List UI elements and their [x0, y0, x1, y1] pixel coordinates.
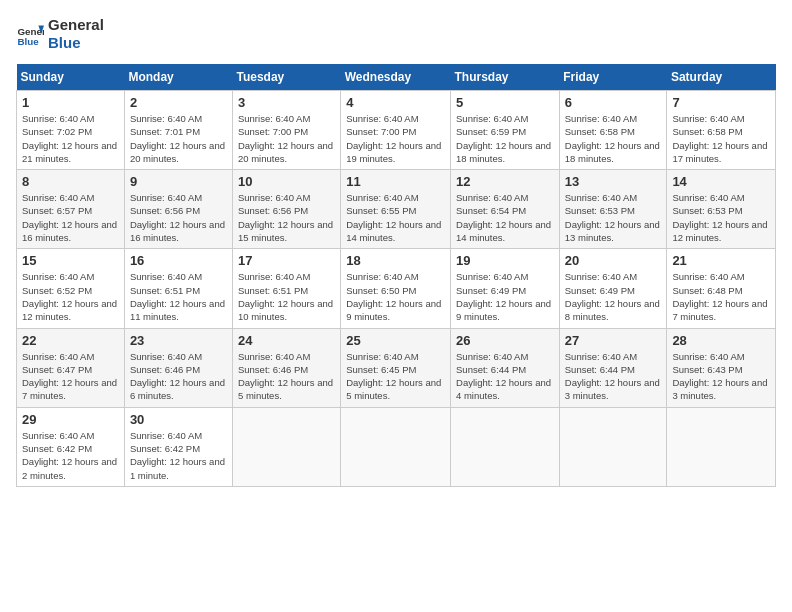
day-info: Sunrise: 6:40 AMSunset: 7:01 PMDaylight:…	[130, 112, 227, 165]
day-number: 12	[456, 174, 554, 189]
calendar-day-13: 13 Sunrise: 6:40 AMSunset: 6:53 PMDaylig…	[559, 170, 667, 249]
weekday-header-saturday: Saturday	[667, 64, 776, 91]
calendar-day-2: 2 Sunrise: 6:40 AMSunset: 7:01 PMDayligh…	[124, 91, 232, 170]
day-number: 15	[22, 253, 119, 268]
calendar-day-empty	[232, 407, 340, 486]
weekday-header-thursday: Thursday	[451, 64, 560, 91]
day-number: 10	[238, 174, 335, 189]
day-number: 16	[130, 253, 227, 268]
calendar-day-17: 17 Sunrise: 6:40 AMSunset: 6:51 PMDaylig…	[232, 249, 340, 328]
day-info: Sunrise: 6:40 AMSunset: 6:55 PMDaylight:…	[346, 191, 445, 244]
day-number: 18	[346, 253, 445, 268]
day-number: 14	[672, 174, 770, 189]
calendar-day-25: 25 Sunrise: 6:40 AMSunset: 6:45 PMDaylig…	[341, 328, 451, 407]
day-info: Sunrise: 6:40 AMSunset: 6:50 PMDaylight:…	[346, 270, 445, 323]
day-info: Sunrise: 6:40 AMSunset: 6:53 PMDaylight:…	[672, 191, 770, 244]
day-number: 22	[22, 333, 119, 348]
day-number: 20	[565, 253, 662, 268]
day-info: Sunrise: 6:40 AMSunset: 6:57 PMDaylight:…	[22, 191, 119, 244]
day-number: 26	[456, 333, 554, 348]
page-header: General Blue General Blue	[16, 16, 776, 52]
calendar-week-row: 29 Sunrise: 6:40 AMSunset: 6:42 PMDaylig…	[17, 407, 776, 486]
logo: General Blue General Blue	[16, 16, 104, 52]
day-info: Sunrise: 6:40 AMSunset: 6:59 PMDaylight:…	[456, 112, 554, 165]
calendar-day-15: 15 Sunrise: 6:40 AMSunset: 6:52 PMDaylig…	[17, 249, 125, 328]
weekday-header-wednesday: Wednesday	[341, 64, 451, 91]
day-info: Sunrise: 6:40 AMSunset: 7:00 PMDaylight:…	[346, 112, 445, 165]
day-info: Sunrise: 6:40 AMSunset: 6:58 PMDaylight:…	[565, 112, 662, 165]
day-number: 1	[22, 95, 119, 110]
calendar-week-row: 15 Sunrise: 6:40 AMSunset: 6:52 PMDaylig…	[17, 249, 776, 328]
day-info: Sunrise: 6:40 AMSunset: 6:49 PMDaylight:…	[456, 270, 554, 323]
calendar-day-9: 9 Sunrise: 6:40 AMSunset: 6:56 PMDayligh…	[124, 170, 232, 249]
day-number: 21	[672, 253, 770, 268]
day-info: Sunrise: 6:40 AMSunset: 6:46 PMDaylight:…	[238, 350, 335, 403]
calendar-day-16: 16 Sunrise: 6:40 AMSunset: 6:51 PMDaylig…	[124, 249, 232, 328]
day-info: Sunrise: 6:40 AMSunset: 6:58 PMDaylight:…	[672, 112, 770, 165]
logo-line2: Blue	[48, 34, 104, 52]
calendar-day-28: 28 Sunrise: 6:40 AMSunset: 6:43 PMDaylig…	[667, 328, 776, 407]
day-info: Sunrise: 6:40 AMSunset: 6:47 PMDaylight:…	[22, 350, 119, 403]
calendar-week-row: 22 Sunrise: 6:40 AMSunset: 6:47 PMDaylig…	[17, 328, 776, 407]
day-info: Sunrise: 6:40 AMSunset: 6:46 PMDaylight:…	[130, 350, 227, 403]
calendar-day-11: 11 Sunrise: 6:40 AMSunset: 6:55 PMDaylig…	[341, 170, 451, 249]
day-info: Sunrise: 6:40 AMSunset: 6:44 PMDaylight:…	[456, 350, 554, 403]
calendar-day-18: 18 Sunrise: 6:40 AMSunset: 6:50 PMDaylig…	[341, 249, 451, 328]
day-info: Sunrise: 6:40 AMSunset: 6:56 PMDaylight:…	[130, 191, 227, 244]
day-number: 11	[346, 174, 445, 189]
day-number: 6	[565, 95, 662, 110]
day-info: Sunrise: 6:40 AMSunset: 6:54 PMDaylight:…	[456, 191, 554, 244]
calendar-day-26: 26 Sunrise: 6:40 AMSunset: 6:44 PMDaylig…	[451, 328, 560, 407]
weekday-header-sunday: Sunday	[17, 64, 125, 91]
day-number: 4	[346, 95, 445, 110]
day-number: 8	[22, 174, 119, 189]
day-number: 24	[238, 333, 335, 348]
weekday-header-friday: Friday	[559, 64, 667, 91]
day-number: 3	[238, 95, 335, 110]
day-info: Sunrise: 6:40 AMSunset: 6:44 PMDaylight:…	[565, 350, 662, 403]
day-info: Sunrise: 6:40 AMSunset: 6:42 PMDaylight:…	[130, 429, 227, 482]
day-info: Sunrise: 6:40 AMSunset: 6:51 PMDaylight:…	[130, 270, 227, 323]
day-info: Sunrise: 6:40 AMSunset: 6:43 PMDaylight:…	[672, 350, 770, 403]
calendar-day-10: 10 Sunrise: 6:40 AMSunset: 6:56 PMDaylig…	[232, 170, 340, 249]
calendar-day-23: 23 Sunrise: 6:40 AMSunset: 6:46 PMDaylig…	[124, 328, 232, 407]
calendar-day-27: 27 Sunrise: 6:40 AMSunset: 6:44 PMDaylig…	[559, 328, 667, 407]
day-info: Sunrise: 6:40 AMSunset: 6:56 PMDaylight:…	[238, 191, 335, 244]
calendar-day-30: 30 Sunrise: 6:40 AMSunset: 6:42 PMDaylig…	[124, 407, 232, 486]
logo-icon: General Blue	[16, 20, 44, 48]
day-info: Sunrise: 6:40 AMSunset: 6:48 PMDaylight:…	[672, 270, 770, 323]
calendar-week-row: 1 Sunrise: 6:40 AMSunset: 7:02 PMDayligh…	[17, 91, 776, 170]
day-number: 27	[565, 333, 662, 348]
calendar-day-empty	[451, 407, 560, 486]
calendar-day-14: 14 Sunrise: 6:40 AMSunset: 6:53 PMDaylig…	[667, 170, 776, 249]
day-info: Sunrise: 6:40 AMSunset: 6:45 PMDaylight:…	[346, 350, 445, 403]
calendar-day-empty	[667, 407, 776, 486]
calendar-day-7: 7 Sunrise: 6:40 AMSunset: 6:58 PMDayligh…	[667, 91, 776, 170]
day-number: 29	[22, 412, 119, 427]
calendar-table: SundayMondayTuesdayWednesdayThursdayFrid…	[16, 64, 776, 487]
day-info: Sunrise: 6:40 AMSunset: 6:42 PMDaylight:…	[22, 429, 119, 482]
day-info: Sunrise: 6:40 AMSunset: 6:52 PMDaylight:…	[22, 270, 119, 323]
calendar-day-22: 22 Sunrise: 6:40 AMSunset: 6:47 PMDaylig…	[17, 328, 125, 407]
day-number: 2	[130, 95, 227, 110]
calendar-day-empty	[341, 407, 451, 486]
day-number: 30	[130, 412, 227, 427]
calendar-day-5: 5 Sunrise: 6:40 AMSunset: 6:59 PMDayligh…	[451, 91, 560, 170]
calendar-day-12: 12 Sunrise: 6:40 AMSunset: 6:54 PMDaylig…	[451, 170, 560, 249]
day-info: Sunrise: 6:40 AMSunset: 6:53 PMDaylight:…	[565, 191, 662, 244]
day-info: Sunrise: 6:40 AMSunset: 7:02 PMDaylight:…	[22, 112, 119, 165]
calendar-day-6: 6 Sunrise: 6:40 AMSunset: 6:58 PMDayligh…	[559, 91, 667, 170]
calendar-day-4: 4 Sunrise: 6:40 AMSunset: 7:00 PMDayligh…	[341, 91, 451, 170]
calendar-day-empty	[559, 407, 667, 486]
logo-line1: General	[48, 16, 104, 34]
day-info: Sunrise: 6:40 AMSunset: 6:49 PMDaylight:…	[565, 270, 662, 323]
day-number: 19	[456, 253, 554, 268]
day-info: Sunrise: 6:40 AMSunset: 7:00 PMDaylight:…	[238, 112, 335, 165]
calendar-day-3: 3 Sunrise: 6:40 AMSunset: 7:00 PMDayligh…	[232, 91, 340, 170]
day-number: 23	[130, 333, 227, 348]
calendar-day-19: 19 Sunrise: 6:40 AMSunset: 6:49 PMDaylig…	[451, 249, 560, 328]
calendar-day-21: 21 Sunrise: 6:40 AMSunset: 6:48 PMDaylig…	[667, 249, 776, 328]
svg-text:Blue: Blue	[17, 36, 39, 47]
weekday-header-row: SundayMondayTuesdayWednesdayThursdayFrid…	[17, 64, 776, 91]
calendar-day-1: 1 Sunrise: 6:40 AMSunset: 7:02 PMDayligh…	[17, 91, 125, 170]
